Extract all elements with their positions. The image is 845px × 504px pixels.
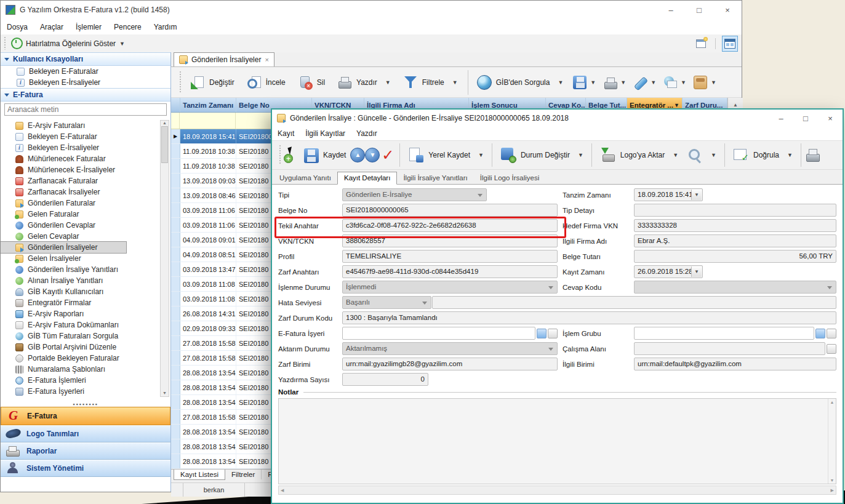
search-input[interactable] bbox=[4, 103, 167, 116]
menu-item[interactable]: İşlemler bbox=[70, 23, 108, 31]
tree-item[interactable]: Mühürlenecek E-İrsaliyeler bbox=[1, 164, 170, 175]
add-record-icon[interactable] bbox=[284, 147, 300, 163]
ilgili-birimi-field[interactable]: urn:mail:defaultpk@gyazilim.com bbox=[634, 358, 836, 370]
approve-icon[interactable]: ✓ bbox=[380, 147, 396, 163]
reminder-dropdown-icon[interactable]: ▼ bbox=[119, 41, 125, 47]
vkn-tckn-field[interactable]: 3880628557 bbox=[342, 234, 558, 247]
tree-item[interactable]: Portalde Bekleyen Faturalar bbox=[1, 353, 170, 364]
date-dropdown-icon[interactable]: ▼ bbox=[691, 190, 702, 200]
tab-close-icon[interactable]: × bbox=[265, 56, 268, 63]
date-dropdown-icon[interactable]: ▼ bbox=[691, 266, 702, 277]
row-selector-cell[interactable]: ▶ bbox=[171, 188, 180, 202]
clear-button[interactable] bbox=[827, 329, 836, 338]
tab-gonderilen-irsaliyeler[interactable]: Gönderilen İrsaliyeler × bbox=[174, 52, 274, 66]
lookup-button[interactable] bbox=[827, 344, 836, 354]
accordion-panel[interactable]: Sistem Yönetimi bbox=[1, 460, 170, 477]
dropdown-arrow-icon[interactable]: ▼ bbox=[478, 152, 484, 158]
print-icon[interactable] bbox=[805, 147, 821, 163]
tree-item[interactable]: Gönderilen Cevaplar bbox=[1, 220, 170, 231]
dropdown-arrow-icon[interactable]: ▼ bbox=[578, 152, 583, 158]
tree-item[interactable]: Bekleyen E-İrsaliyeler bbox=[1, 142, 170, 153]
zarf-durum-kodu-field[interactable]: 1300 : Başarıyla Tamamlandı bbox=[342, 311, 836, 324]
notes-textarea[interactable]: ▲▼ bbox=[278, 398, 836, 484]
toolbar-button[interactable]: İncele ▼ bbox=[241, 70, 292, 95]
dropdown-arrow-icon[interactable]: ▼ bbox=[452, 79, 458, 86]
ilgili-firma-adi-field[interactable]: Ebrar A.Ş. bbox=[634, 234, 836, 247]
tree-item[interactable]: Zarflanacak İrsaliyeler bbox=[1, 186, 170, 198]
toolbar-button[interactable]: Yazdır ▼ bbox=[331, 70, 397, 95]
dialog-close-button[interactable]: × bbox=[818, 110, 843, 127]
tree-item[interactable]: Gelen İrsaliyeler bbox=[1, 253, 170, 264]
tree-item[interactable]: E-Arşiv Raporları bbox=[1, 308, 170, 319]
reminder-toggle[interactable]: Hatırlatma Öğelerini Göster bbox=[26, 39, 116, 48]
toolbar-grip[interactable] bbox=[3, 37, 6, 49]
toolbar-grip[interactable] bbox=[178, 71, 182, 92]
tree-item[interactable]: Gönderilen İrsaliyeler bbox=[1, 242, 126, 253]
shortcut-item[interactable]: Bekleyen E-İrsaliyeler bbox=[1, 77, 170, 88]
profil-field[interactable]: TEMELIRSALIYE bbox=[342, 250, 558, 263]
row-selector-cell[interactable]: ▶ bbox=[171, 262, 180, 276]
toolbar-button[interactable]: Filtrele ▼ bbox=[397, 70, 464, 95]
toolbar-icon-button[interactable]: ▼ bbox=[599, 70, 630, 95]
zarf-birimi-field[interactable]: urn:mail:gyazilimgb28@gyazilim.com bbox=[342, 358, 558, 370]
dialog-maximize-button[interactable]: □ bbox=[793, 110, 818, 127]
dialog-menu-item[interactable]: Yazdır bbox=[351, 129, 383, 138]
view-tab[interactable]: Kayıt Listesi bbox=[174, 470, 225, 480]
toolbar-button[interactable]: Değiştir ▼ bbox=[184, 70, 241, 95]
hedef-firma-vkn-field[interactable]: 3333333328 bbox=[634, 219, 836, 232]
tree-item[interactable]: E-Arşiv Fatura Dokümanları bbox=[1, 319, 170, 330]
dropdown-arrow-icon[interactable]: ▼ bbox=[558, 79, 563, 86]
row-selector-cell[interactable]: ▶ bbox=[171, 425, 180, 439]
toolbar-grip[interactable] bbox=[278, 145, 281, 165]
dropdown-arrow-icon[interactable]: ▼ bbox=[590, 79, 596, 86]
row-selector-cell[interactable]: ▶ bbox=[171, 218, 180, 232]
tree-item[interactable]: GİB Tüm Faturaları Sorgula bbox=[1, 330, 170, 342]
row-selector-cell[interactable]: ▶ bbox=[171, 247, 180, 262]
tree-item[interactable]: Zarflanacak Faturalar bbox=[1, 175, 170, 186]
toolbar-button[interactable]: GİB'den Sorgula ▼ bbox=[468, 70, 570, 95]
tekil-anahtar-field[interactable]: c3fd6ca2-0f08-4762-922c-2e6682d26638 bbox=[342, 219, 558, 232]
menu-item[interactable]: Yardım bbox=[148, 23, 183, 31]
row-selector-cell[interactable]: ▶ bbox=[171, 439, 180, 454]
belge-no-field[interactable]: SEI2018000000065 bbox=[342, 204, 558, 217]
toolbar-button[interactable]: Sil ▼ bbox=[292, 70, 331, 95]
row-selector-cell[interactable]: ▶ bbox=[171, 144, 180, 158]
tree-item[interactable]: Gelen Faturalar bbox=[1, 209, 170, 220]
row-selector-cell[interactable]: ▶ bbox=[171, 395, 180, 409]
row-selector-cell[interactable]: ▶ bbox=[171, 174, 180, 188]
toolbar-icon-button[interactable]: ▼ bbox=[660, 70, 690, 95]
tree-item[interactable]: GİB Kayıtlı Kullanıcıları bbox=[1, 286, 170, 297]
dropdown-arrow-icon[interactable]: ▼ bbox=[787, 152, 793, 158]
view-tab[interactable]: Filtreler bbox=[225, 470, 262, 479]
tree-scrollbar[interactable]: ▲▼ bbox=[160, 120, 169, 397]
zarf-anahtari-field[interactable]: e45467f9-ae98-411d-930d-c0844e35d419 bbox=[342, 265, 558, 278]
dropdown-arrow-icon[interactable]: ▼ bbox=[711, 79, 716, 86]
dropdown-arrow-icon[interactable]: ▼ bbox=[620, 79, 626, 86]
search-button[interactable]: ▼ bbox=[683, 143, 721, 167]
row-selector-cell[interactable]: ▶ bbox=[171, 336, 180, 350]
toolbar-icon-button[interactable]: ▼ bbox=[569, 70, 599, 95]
row-selector-cell[interactable]: ▶ bbox=[171, 454, 180, 468]
toolbar-icon-button[interactable]: ▼ bbox=[690, 70, 720, 95]
accordion-panel[interactable]: E-Fatura bbox=[1, 407, 170, 425]
export-to-logo-button[interactable]: Logo'ya Aktar ▼ bbox=[596, 143, 683, 167]
kayit-zamani-field[interactable]: 26.09.2018 15:28▼ bbox=[634, 265, 703, 278]
row-selector-cell[interactable]: ▶ bbox=[171, 277, 180, 291]
close-button[interactable]: × bbox=[713, 1, 742, 19]
islem-grubu-field[interactable] bbox=[634, 327, 814, 340]
dropdown-arrow-icon[interactable]: ▼ bbox=[681, 79, 686, 86]
tree-item[interactable]: Gelen Cevaplar bbox=[1, 231, 170, 242]
tree-item[interactable]: Gönderilen İrsaliye Yanıtları bbox=[1, 264, 170, 275]
previous-record-button[interactable]: ▲ bbox=[350, 148, 365, 162]
change-status-button[interactable]: Durum Değiştir ▼ bbox=[496, 143, 588, 167]
dropdown-arrow-icon[interactable]: ▼ bbox=[673, 152, 678, 158]
dialog-menu-item[interactable]: Kayıt bbox=[272, 129, 300, 138]
row-selector-cell[interactable]: ▶ bbox=[171, 410, 180, 424]
tip-detayi-field[interactable] bbox=[634, 204, 836, 217]
lookup-button[interactable] bbox=[815, 329, 825, 338]
tree-item[interactable]: Mühürlenecek Faturalar bbox=[1, 153, 170, 164]
tree-item[interactable]: Gönderilen Faturalar bbox=[1, 198, 170, 209]
save-button[interactable]: Kaydet bbox=[300, 143, 350, 167]
minimize-button[interactable]: – bbox=[657, 1, 685, 19]
belge-tutari-field[interactable]: 56,00 TRY bbox=[634, 250, 836, 263]
